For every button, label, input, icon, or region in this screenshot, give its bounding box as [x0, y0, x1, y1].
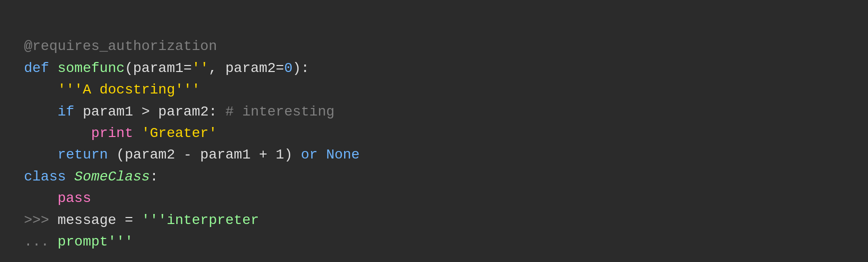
code-token: return	[57, 147, 116, 162]
code-line-8: pass	[24, 188, 844, 209]
code-token: print	[91, 126, 141, 141]
code-token: 0	[284, 60, 293, 76]
code-token	[24, 82, 57, 98]
code-token: , param2=	[209, 60, 284, 76]
code-token: SomeClass	[74, 169, 150, 184]
code-token: 'Greater'	[141, 126, 217, 141]
code-line-2: def somefunc(param1='', param2=0):	[24, 58, 844, 79]
code-token: (param2 - param1 + 1)	[116, 147, 301, 162]
code-token: somefunc	[57, 60, 124, 76]
code-line-1: @requires_authorization	[24, 36, 844, 57]
code-token: None	[326, 147, 360, 162]
code-token: :	[150, 169, 158, 184]
code-token	[24, 190, 57, 206]
code-line-9: >>> message = '''interpreter	[24, 210, 844, 231]
code-token: '''interpreter	[141, 212, 259, 228]
code-token: pass	[57, 190, 91, 206]
code-token: param1 > param2:	[83, 104, 226, 120]
code-line-3: '''A docstring'''	[24, 79, 844, 100]
code-line-10: ... prompt'''	[24, 231, 844, 252]
code-token: @requires_authorization	[24, 38, 217, 54]
code-line-6: return (param2 - param1 + 1) or None	[24, 144, 844, 166]
code-token: or	[301, 147, 326, 162]
code-line-4: if param1 > param2: # interesting	[24, 101, 844, 122]
code-token: ):	[293, 60, 310, 76]
code-token: def	[24, 60, 57, 76]
code-token: # interesting	[225, 104, 334, 120]
code-editor: @requires_authorizationdef somefunc(para…	[24, 14, 844, 252]
code-token: >>>	[24, 212, 57, 228]
code-token: ...	[24, 234, 57, 250]
code-token: ''	[192, 60, 209, 76]
code-line-7: class SomeClass:	[24, 166, 844, 188]
code-token: class	[24, 169, 74, 184]
code-line-5: print 'Greater'	[24, 122, 844, 144]
code-token: if	[57, 104, 82, 120]
code-token: '''A docstring'''	[57, 82, 200, 98]
code-token	[24, 126, 91, 141]
code-token: message =	[57, 212, 141, 228]
code-token: (param1=	[125, 60, 192, 76]
code-token: prompt'''	[57, 234, 133, 250]
code-token	[24, 104, 57, 120]
code-token	[24, 147, 57, 162]
